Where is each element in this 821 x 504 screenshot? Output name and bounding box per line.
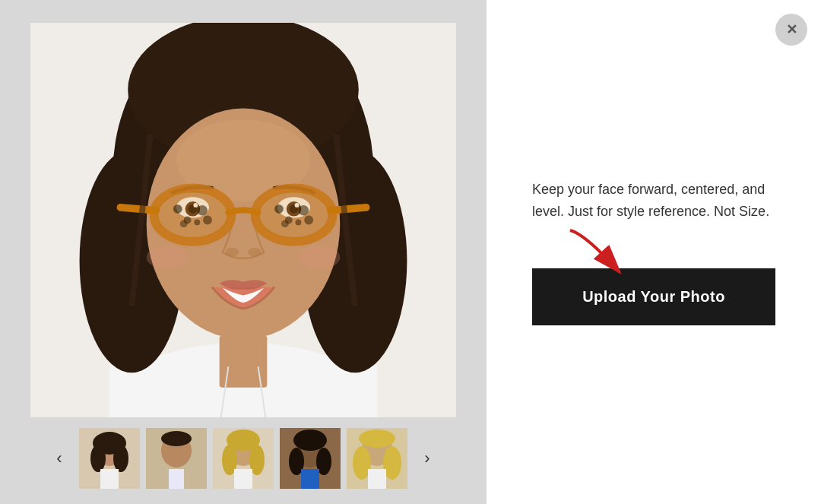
svg-point-28	[180, 220, 188, 228]
thumbnail-1[interactable]	[79, 428, 140, 489]
svg-point-33	[296, 220, 302, 226]
svg-point-24	[173, 204, 182, 214]
thumbnail-4[interactable]	[280, 428, 341, 489]
instruction-text: Keep your face forward, centered, and le…	[532, 179, 775, 223]
close-button[interactable]: ✕	[775, 14, 807, 46]
thumbnail-5[interactable]	[347, 428, 407, 489]
svg-point-32	[298, 205, 309, 216]
virtual-tryon-modal: ‹	[0, 0, 821, 504]
svg-point-26	[197, 205, 208, 216]
svg-rect-57	[234, 469, 252, 489]
svg-line-36	[120, 208, 156, 211]
svg-point-27	[194, 220, 200, 226]
prev-arrow[interactable]: ‹	[46, 445, 73, 472]
svg-point-60	[293, 430, 327, 451]
svg-point-19	[248, 248, 262, 257]
svg-point-22	[157, 191, 228, 239]
svg-rect-63	[301, 469, 319, 489]
svg-point-29	[203, 216, 212, 225]
svg-point-30	[274, 204, 284, 214]
thumbnail-strip: ‹	[23, 428, 464, 489]
svg-point-18	[225, 248, 239, 257]
svg-point-23	[258, 191, 330, 239]
thumbnail-3[interactable]	[213, 428, 274, 489]
svg-point-39	[298, 246, 340, 269]
upload-section: Upload Your Photo	[532, 268, 775, 325]
svg-point-34	[281, 220, 289, 228]
svg-rect-47	[100, 469, 119, 489]
svg-point-38	[147, 246, 189, 269]
left-panel: ‹	[0, 0, 487, 504]
svg-point-46	[113, 445, 128, 472]
svg-point-66	[359, 430, 395, 448]
svg-line-37	[331, 208, 366, 211]
red-arrow-icon	[563, 223, 639, 284]
svg-point-45	[90, 445, 106, 472]
svg-point-35	[304, 216, 313, 225]
thumbnail-2[interactable]	[146, 428, 207, 489]
right-panel: Keep your face forward, centered, and le…	[487, 0, 821, 504]
main-photo-frame	[30, 23, 456, 417]
svg-rect-51	[169, 469, 184, 489]
svg-point-50	[161, 431, 192, 446]
next-arrow[interactable]: ›	[414, 445, 441, 472]
svg-rect-69	[368, 469, 386, 489]
